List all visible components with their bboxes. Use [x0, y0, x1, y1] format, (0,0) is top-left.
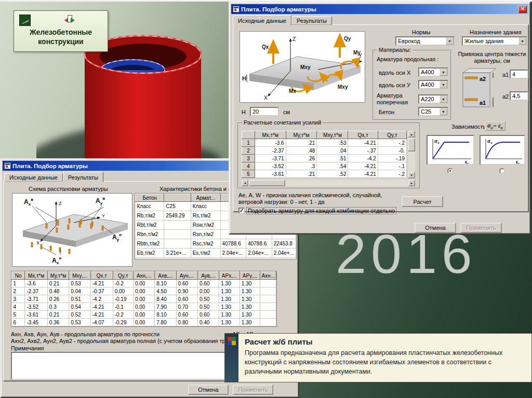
table-cell: 1.30: [219, 295, 240, 303]
a2-input[interactable]: [510, 91, 528, 101]
table-cell: 2: [242, 147, 255, 155]
table-cell: 0.00: [133, 280, 154, 287]
table-row[interactable]: 2-2.37.48.04-.37-0.: [242, 147, 407, 155]
table-cell: 5: [12, 311, 25, 319]
input-window-titlebar[interactable]: Плита. Подбор арматуры: [231, 4, 528, 14]
a1-input[interactable]: [510, 70, 528, 79]
chevron-down-icon[interactable]: [440, 81, 447, 88]
chevron-down-icon[interactable]: [440, 68, 447, 76]
table-row[interactable]: 1-3.6.21.53-4.21-.2: [242, 139, 407, 147]
table-cell: -.2: [378, 139, 406, 147]
apply-button[interactable]: Применить: [460, 223, 502, 233]
scroll-down-button[interactable]: [408, 172, 415, 179]
apply-button[interactable]: Применить: [233, 385, 273, 395]
scroll-up-button[interactable]: [408, 131, 415, 138]
curved-diagram-radio[interactable]: [499, 168, 505, 174]
per-combination-checkbox-label[interactable]: Подобрать арматуру для каждой комбинации…: [247, 208, 396, 214]
bilinear-diagram-radio[interactable]: [447, 168, 453, 174]
table-cell: Rsc,т/м2: [191, 239, 220, 249]
table-cell: -0.2: [113, 280, 133, 287]
tab-results[interactable]: Результаты: [63, 172, 103, 182]
transverse-rebar-select[interactable]: A220: [418, 94, 448, 104]
building-purpose-select[interactable]: Жилые здания: [462, 36, 527, 46]
chevron-down-icon[interactable]: [518, 37, 526, 45]
table-cell: Rsw,т/м2: [191, 221, 220, 230]
sigma-eps-badge: σc– εc: [485, 121, 506, 131]
combinations-group: Расчетные сочетания усилий Mx,т*мMy,т*мM…: [237, 122, 420, 189]
combinations-group-title: Расчетные сочетания усилий: [242, 119, 323, 126]
axis-x-label: X: [36, 240, 39, 245]
anchor-diagram: a2 a1: [457, 65, 500, 115]
per-combination-checkbox[interactable]: [238, 208, 245, 214]
calculate-button[interactable]: Расчет: [402, 196, 443, 207]
table-cell: 0.52: [69, 311, 90, 319]
scrollbar-thumb[interactable]: [249, 180, 285, 186]
chevron-down-icon[interactable]: [446, 37, 454, 45]
selected-value: Жилые здания: [463, 38, 518, 44]
table-cell: 8.10: [155, 280, 176, 287]
vertical-scrollbar[interactable]: [408, 131, 415, 179]
input-window: Плита. Подбор арматуры Исходные данные Р…: [229, 2, 531, 235]
axis-y-label: Y: [102, 213, 105, 218]
table-cell: -4.07: [90, 319, 113, 326]
table-row[interactable]: Eb,т/м23.21e+...Es,т/м22.04e+...2.04e+..…: [136, 249, 296, 258]
table-cell: Es,т/м2: [191, 249, 220, 258]
close-icon[interactable]: [518, 6, 527, 13]
table-cell: Rbn,т/м2: [136, 230, 164, 239]
column-header: My,т*м: [286, 131, 317, 139]
table-cell: 0.50: [197, 295, 219, 303]
longitudinal-label: Арматура продольная :: [377, 56, 438, 62]
table-cell: 0.00: [197, 287, 219, 295]
table-row[interactable]: Rbtn,т/м2Rsc,т/м240788.640788.622453.8: [136, 239, 296, 249]
table-cell: .26: [286, 155, 317, 162]
table-cell: 1.30: [219, 280, 240, 287]
table-cell: 1.30: [240, 303, 260, 311]
h-input[interactable]: [250, 107, 279, 116]
chevron-down-icon[interactable]: [440, 108, 447, 115]
horizontal-scrollbar[interactable]: [242, 180, 415, 186]
table-cell: 0.04: [69, 287, 90, 295]
chevron-down-icon[interactable]: [440, 95, 447, 103]
table-row[interactable]: 3-3.71.26.51-4.2-.19: [242, 155, 407, 162]
table-cell: 0.00: [113, 287, 133, 295]
table-row[interactable]: 3-3.710.260.51-4.2-0.190.008.400.600.501…: [12, 295, 276, 303]
table-row[interactable]: 4-3.52.3.54-4.21-.1: [242, 162, 407, 170]
table-cell: 0.80: [176, 319, 197, 326]
column-header: Axв,...: [155, 272, 176, 280]
rebar-y-select[interactable]: A400: [418, 80, 448, 89]
scroll-right-button[interactable]: [408, 180, 415, 186]
tab-input-data[interactable]: Исходные данные: [233, 15, 291, 25]
norms-select[interactable]: Еврокод: [395, 36, 455, 46]
concrete-select[interactable]: C25: [418, 107, 448, 116]
table-cell: 1.30: [240, 287, 260, 295]
table-cell: 0.48: [47, 287, 69, 295]
tab-input-data[interactable]: Исходные данные: [4, 173, 63, 182]
table-row[interactable]: 5-3.61.21.52-4.21-.2: [242, 170, 407, 178]
table-row[interactable]: 4-3.520.30.54-4.21-0.10.007.900.700.501.…: [12, 303, 276, 311]
rebar-x-select[interactable]: A400: [418, 67, 448, 77]
column-header: Ayн,...: [176, 272, 197, 280]
table-row[interactable]: 2-2.370.480.04-0.370.000.004.500.900.001…: [12, 287, 276, 295]
scheme-title: Схема расстановки арматуры: [29, 186, 108, 192]
logo-text: Железобетонные конструкции: [14, 28, 108, 46]
tab-results[interactable]: Результаты: [291, 16, 332, 25]
table-cell: 0.26: [47, 295, 69, 303]
cancel-button[interactable]: Отмена: [188, 385, 229, 395]
scrollbar-thumb[interactable]: [408, 138, 415, 152]
table-row[interactable]: 1-3.60.210.53-4.21-0.20.008.100.600.601.…: [12, 280, 276, 287]
table-cell: 0.53: [69, 319, 90, 326]
cancel-button[interactable]: Отмена: [415, 223, 456, 233]
logo-shape-icon: [19, 15, 31, 26]
scroll-left-button[interactable]: [242, 180, 248, 186]
column-header: Mx,т*м: [25, 272, 47, 280]
table-row[interactable]: 6-3.450.360.53-4.07-0.290.007.800.800.40…: [12, 319, 276, 326]
table-cell: 22453.8: [272, 239, 296, 249]
table-row[interactable]: 5-3.610.210.52-4.21-0.20.008.100.600.601…: [12, 311, 276, 319]
ayn-label: Ayн: [112, 232, 122, 242]
selected-value: C25: [419, 108, 440, 115]
table-cell: 6: [12, 319, 25, 326]
info-panel: Расчет ж/б плиты Программа предназначена…: [224, 333, 532, 382]
table-cell: 2.04e+...: [220, 249, 246, 258]
table-cell: 3: [12, 295, 25, 303]
table-cell: 1.30: [219, 303, 240, 311]
